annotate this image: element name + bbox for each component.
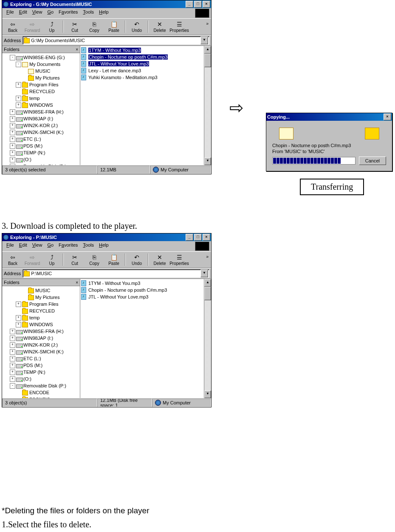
expand-icon[interactable]: + [16,96,21,101]
expand-icon[interactable]: + [10,336,15,341]
tree-node[interactable]: -Removable Disk (P:) [2,163,80,165]
copy-button[interactable]: ⎘Copy [85,253,104,267]
tree-node[interactable]: +ETC (L:) [2,136,80,142]
menu-help[interactable]: Help [96,242,111,251]
tree-node[interactable]: MUSIC [2,68,80,74]
file-list[interactable]: 1TYM - Without You.mp3Chopin - Nocturne … [80,46,204,165]
cut-button[interactable]: ✂Cut [65,20,85,34]
expand-icon[interactable]: + [10,356,15,361]
toolbar-overflow-icon[interactable]: » [204,20,210,34]
expand-icon[interactable]: + [10,130,15,135]
folders-close-icon[interactable]: × [76,47,78,52]
menu-file[interactable]: File [4,242,17,251]
tree-node[interactable]: +WIN98JAP (I:) [2,335,80,341]
menu-edit[interactable]: Edit [17,242,30,251]
expand-icon[interactable]: + [10,150,15,156]
tree-node[interactable]: RECYCLED [2,88,80,95]
file-item[interactable]: Chopin - Nocturne op posth C#m.mp3 [81,287,203,293]
folder-tree[interactable]: MUSICMy Pictures+Program FilesRECYCLED+t… [2,286,80,398]
tree-node[interactable]: + (O:) [2,376,80,382]
dialog-close-button[interactable]: × [384,114,391,120]
expand-icon[interactable]: + [16,102,21,108]
menu-view[interactable]: View [30,242,45,251]
expand-icon[interactable]: + [10,143,15,149]
close-button[interactable]: × [203,1,210,8]
file-item[interactable]: Chopin - Nocturne op posth C#m.mp3 [81,54,203,60]
file-item[interactable]: 1TYM - Without You.mp3 [81,280,203,287]
tree-node[interactable]: -Removable Disk (P:) [2,382,80,389]
back-button[interactable]: ⇦Back [3,253,23,267]
file-item[interactable]: JTL - Without Your Love.mp3 [81,60,203,67]
tree-node[interactable]: +TEMP (N:) [2,149,80,156]
expand-icon[interactable]: + [16,82,21,88]
tree-node[interactable]: +WIN98SE-FRA (H:) [2,108,80,115]
cut-button[interactable]: ✂Cut [65,253,85,267]
close-button[interactable]: × [203,234,210,241]
tree-node[interactable]: +WINDOWS [2,102,80,108]
properties-button[interactable]: ☰Properties [169,253,189,267]
tree-node[interactable]: +temp [2,314,80,321]
menu-edit[interactable]: Edit [17,9,30,18]
tree-node[interactable]: -WIN98SE-ENG (G:) [2,54,80,61]
paste-button[interactable]: 📋Paste [104,20,124,34]
expand-icon[interactable]: + [10,349,15,355]
expand-icon[interactable]: - [10,164,15,165]
expand-icon[interactable]: + [16,302,21,307]
delete-button[interactable]: ✕Delete [150,253,169,267]
address-dropdown-icon[interactable]: ▼ [200,270,208,277]
tree-node[interactable]: +Program Files [2,301,80,307]
menu-go[interactable]: Go [45,242,56,251]
tree-node[interactable]: -My Documents [2,61,80,68]
forward-button[interactable]: ⇨Forward [23,253,42,267]
expand-icon[interactable]: + [10,376,15,382]
expand-icon[interactable]: + [10,329,15,334]
scrollbar[interactable]: ▲ ▼ [204,279,211,398]
expand-icon[interactable]: - [16,62,21,67]
scrollbar[interactable]: ▲ ▼ [204,46,211,165]
delete-button[interactable]: ✕Delete [150,20,169,34]
file-item[interactable]: 1TYM - Without You.mp3 [81,47,203,54]
address-combo[interactable]: P:\MUSIC ▼ [23,269,209,278]
folders-close-icon[interactable]: × [76,280,78,285]
tree-node[interactable]: +TEMP (N:) [2,369,80,376]
maximize-button[interactable]: □ [194,1,202,8]
minimize-button[interactable]: _ [186,1,193,8]
tree-node[interactable]: +WIN2K-KOR (J:) [2,341,80,348]
tree-node[interactable]: +WIN2K-KOR (J:) [2,122,80,129]
menu-help[interactable]: Help [96,9,111,18]
tree-node[interactable]: + (O:) [2,156,80,163]
file-item[interactable]: Lexy - Let me dance.mp3 [81,67,203,74]
tree-node[interactable]: +WINDOWS [2,321,80,328]
forward-button[interactable]: ⇨Forward [23,20,42,34]
up-button[interactable]: ⤴Up [42,253,62,267]
tree-node[interactable]: My Pictures [2,294,80,301]
tree-node[interactable]: MUSIC [2,287,80,294]
scroll-up-icon[interactable]: ▲ [204,279,211,287]
address-dropdown-icon[interactable]: ▼ [200,37,208,44]
scroll-thumb[interactable] [204,287,211,300]
undo-button[interactable]: ↶Undo [127,253,147,267]
expand-icon[interactable]: + [16,322,21,327]
menu-tools[interactable]: Tools [80,242,96,251]
menu-view[interactable]: View [30,9,45,18]
scroll-down-icon[interactable]: ▼ [204,390,211,398]
expand-icon[interactable]: + [10,116,15,122]
address-combo[interactable]: G:\My Documents\MUSIC ▼ [23,36,209,45]
tree-node[interactable]: +WIN2K-SMCHI (K:) [2,348,80,355]
minimize-button[interactable]: _ [186,234,193,241]
expand-icon[interactable]: + [16,315,21,321]
menu-file[interactable]: File [4,9,17,18]
scroll-thumb[interactable] [204,54,211,67]
file-item[interactable]: JTL - Without Your Love.mp3 [81,293,203,300]
tree-node[interactable]: My Pictures [2,74,80,81]
properties-button[interactable]: ☰Properties [169,20,189,34]
expand-icon[interactable]: + [10,137,15,142]
cancel-button[interactable]: Cancel [359,156,386,165]
tree-node[interactable]: +PDS (M:) [2,142,80,149]
expand-icon[interactable]: + [10,123,15,128]
toolbar-overflow-icon[interactable]: » [204,253,210,267]
paste-button[interactable]: 📋Paste [104,253,124,267]
tree-node[interactable]: +Program Files [2,81,80,88]
tree-node[interactable]: FCONFIG [2,396,80,398]
menu-go[interactable]: Go [45,9,56,18]
